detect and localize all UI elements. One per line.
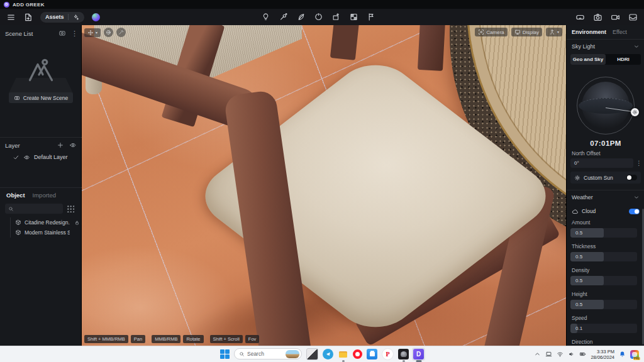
material-icon[interactable] bbox=[279, 13, 288, 21]
create-new-scene-button[interactable]: Create New Scene bbox=[9, 92, 73, 103]
import-model-icon[interactable] bbox=[23, 13, 33, 22]
height-slider[interactable]: 0.5 bbox=[570, 300, 637, 309]
volume-icon[interactable] bbox=[568, 351, 575, 358]
cloud-label: Cloud bbox=[582, 208, 626, 214]
tab-environment[interactable]: Environment bbox=[572, 29, 606, 35]
chevron-down-icon[interactable] bbox=[633, 43, 640, 50]
ai-assets-icon[interactable] bbox=[72, 14, 79, 21]
walk-mode-button[interactable]: ▾ bbox=[546, 28, 562, 36]
table-leg bbox=[418, 25, 445, 71]
layer-row-default[interactable]: Default Layer bbox=[0, 152, 82, 162]
light-icon[interactable] bbox=[262, 13, 270, 21]
density-slider[interactable]: 0.5 bbox=[570, 276, 637, 285]
scene-list-menu-icon[interactable]: ⋮ bbox=[71, 30, 76, 36]
tab-effect[interactable]: Effect bbox=[613, 29, 627, 35]
object-label: Modern Stainless Steel Co... bbox=[25, 229, 70, 236]
direction-label: Direction bbox=[567, 337, 644, 346]
tray-overflow-icon[interactable] bbox=[534, 351, 541, 358]
model-cube-icon bbox=[15, 229, 21, 236]
object-search[interactable] bbox=[5, 204, 63, 214]
taskbar-opera-icon[interactable] bbox=[353, 349, 362, 359]
display-device-icon[interactable] bbox=[545, 351, 552, 358]
layer-visibility-icon[interactable] bbox=[69, 141, 77, 149]
view-mode-grid-icon[interactable] bbox=[67, 205, 74, 212]
model-cube-icon bbox=[15, 219, 21, 226]
horizon-disc bbox=[579, 98, 633, 114]
viewport-3d-scene[interactable]: ▾ Camera Display ▾ Shift + MMB/RMBP bbox=[82, 25, 566, 346]
assets-button[interactable]: Assets bbox=[40, 12, 84, 23]
notification-bell-icon[interactable] bbox=[619, 351, 626, 358]
object-label: Citadine Redesign... bbox=[25, 219, 70, 226]
windows-search[interactable]: Search bbox=[234, 348, 302, 359]
mountains-icon bbox=[27, 57, 55, 82]
left-sidebar: Scene List ⋮ Create New Scene Layer Defa… bbox=[0, 25, 82, 346]
sky-light-title: Sky Light bbox=[572, 43, 595, 50]
add-layer-icon[interactable] bbox=[57, 141, 64, 149]
environment-panel: Environment Effect Sky Light Geo and Sky… bbox=[566, 25, 644, 346]
object-list-item[interactable]: Citadine Redesign... bbox=[0, 217, 82, 228]
tab-imported[interactable]: Imported bbox=[33, 192, 57, 199]
cloud-toggle[interactable] bbox=[629, 209, 640, 214]
taskbar-microsoft-store-icon[interactable] bbox=[367, 349, 377, 359]
ai-orb-button[interactable] bbox=[92, 13, 100, 21]
display-button[interactable]: Display bbox=[511, 28, 542, 36]
chevron-down-icon: ▾ bbox=[557, 30, 559, 34]
layer-title: Layer bbox=[5, 142, 20, 149]
gizmo-mode-button[interactable]: ▾ bbox=[84, 28, 101, 37]
copilot-icon[interactable]: PRE bbox=[630, 350, 639, 359]
taskbar-pinterest-icon[interactable]: P bbox=[382, 348, 394, 360]
mouse-hint: Shift + MMB/RMBPan bbox=[84, 335, 145, 343]
photo-icon[interactable] bbox=[593, 13, 602, 22]
scene-capture-icon[interactable] bbox=[58, 30, 66, 37]
start-button[interactable] bbox=[220, 349, 230, 359]
camera-frame-icon bbox=[478, 29, 484, 35]
taskbar-d5-render-icon[interactable]: D bbox=[413, 349, 424, 359]
object-list-item[interactable]: Modern Stainless Steel Co... bbox=[0, 228, 82, 238]
render-icon[interactable] bbox=[575, 13, 585, 22]
speed-slider[interactable]: 0.1 bbox=[570, 324, 637, 333]
flag-icon[interactable] bbox=[367, 13, 376, 21]
sun-icon bbox=[632, 109, 638, 115]
measure-tool-button[interactable] bbox=[116, 28, 126, 37]
sun-position-widget[interactable] bbox=[572, 73, 640, 138]
north-offset-menu-icon[interactable]: ⋮ bbox=[636, 160, 642, 167]
custom-sun-toggle[interactable] bbox=[626, 175, 637, 180]
ai-image-icon[interactable] bbox=[350, 13, 358, 21]
thickness-slider[interactable]: 0.5 bbox=[570, 252, 637, 261]
foliage-icon[interactable] bbox=[297, 13, 306, 21]
model-icon[interactable] bbox=[332, 13, 341, 21]
d5-render-window: D ADD GREEK Assets Scene List ⋮ bbox=[0, 0, 644, 362]
taskbar-telegram-icon[interactable] bbox=[323, 349, 333, 359]
chevron-down-icon: ▾ bbox=[96, 31, 97, 35]
taskbar-game-icon[interactable] bbox=[398, 349, 409, 359]
menu-icon[interactable] bbox=[6, 13, 16, 22]
taskbar-clock[interactable]: 3:33 PM 28/06/2024 bbox=[591, 349, 614, 360]
camera-button[interactable]: Camera bbox=[475, 28, 507, 36]
video-icon[interactable] bbox=[611, 13, 620, 22]
brush-icon[interactable] bbox=[314, 13, 323, 21]
hint-keys: Shift + Scroll bbox=[210, 335, 243, 343]
wifi-icon[interactable] bbox=[557, 351, 564, 358]
chevron-down-icon[interactable] bbox=[633, 194, 640, 200]
render-queue-icon[interactable] bbox=[628, 13, 638, 22]
material-ball-button[interactable] bbox=[104, 28, 113, 37]
object-search-input[interactable] bbox=[16, 205, 60, 212]
sun-handle[interactable] bbox=[631, 108, 639, 116]
taskbar-file-explorer-icon[interactable] bbox=[338, 349, 348, 359]
display-button-label: Display bbox=[523, 30, 539, 35]
tray-time: 3:33 PM bbox=[591, 349, 614, 354]
north-offset-input[interactable]: 0° bbox=[570, 158, 633, 168]
search-icon bbox=[8, 206, 14, 212]
lock-icon[interactable] bbox=[74, 220, 80, 226]
hdri-button[interactable]: HDRI bbox=[606, 54, 641, 65]
geo-and-sky-button[interactable]: Geo and Sky bbox=[570, 54, 606, 65]
amount-value: 0.5 bbox=[575, 228, 582, 238]
taskbar-task-view-icon[interactable] bbox=[306, 348, 318, 360]
hint-keys: Shift + MMB/RMB bbox=[84, 335, 128, 343]
speed-label: Speed bbox=[567, 313, 644, 322]
amount-slider[interactable]: 0.5 bbox=[570, 228, 637, 238]
battery-icon[interactable] bbox=[579, 351, 586, 358]
eye-icon[interactable] bbox=[23, 154, 30, 161]
search-icon bbox=[239, 351, 245, 357]
tab-object[interactable]: Object bbox=[6, 192, 25, 199]
